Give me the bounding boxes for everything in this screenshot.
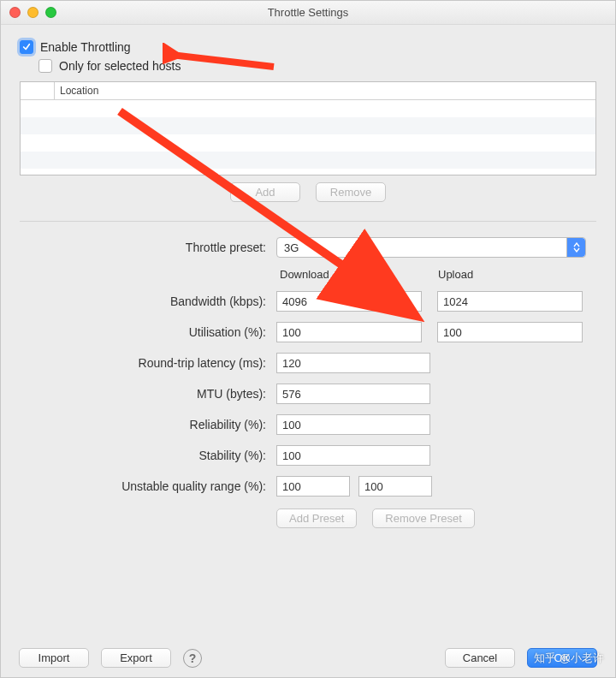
download-column-header: Download bbox=[280, 268, 438, 281]
export-button[interactable]: Export bbox=[101, 648, 171, 668]
titlebar: Throttle Settings bbox=[1, 1, 615, 25]
throttle-preset-select[interactable]: 3G bbox=[276, 237, 586, 258]
divider bbox=[20, 221, 596, 222]
cancel-button[interactable]: Cancel bbox=[445, 648, 515, 668]
stability-input[interactable] bbox=[276, 445, 430, 466]
hosts-table[interactable]: Location bbox=[20, 81, 596, 175]
enable-throttling-checkbox[interactable] bbox=[20, 40, 33, 54]
latency-label: Round-trip latency (ms): bbox=[20, 356, 276, 370]
throttle-preset-value: 3G bbox=[284, 241, 299, 254]
utilisation-label: Utilisation (%): bbox=[20, 325, 276, 339]
upload-column-header: Upload bbox=[438, 268, 583, 281]
bandwidth-label: Bandwidth (kbps): bbox=[20, 294, 276, 308]
hosts-table-header: Location bbox=[21, 82, 595, 100]
window-title: Throttle Settings bbox=[268, 6, 349, 19]
latency-input[interactable] bbox=[276, 353, 430, 373]
only-selected-hosts-checkbox[interactable] bbox=[38, 59, 52, 73]
only-selected-hosts-label: Only for selected hosts bbox=[59, 59, 181, 73]
table-row bbox=[21, 117, 595, 134]
chevron-updown-icon bbox=[566, 238, 585, 257]
remove-host-button[interactable]: Remove bbox=[316, 182, 386, 202]
table-row bbox=[21, 100, 595, 117]
reliability-label: Reliability (%): bbox=[20, 418, 276, 431]
throttle-preset-label: Throttle preset: bbox=[20, 241, 276, 254]
window-root: Throttle Settings Enable Throttling Only… bbox=[0, 0, 616, 678]
utilisation-download-input[interactable] bbox=[276, 322, 422, 342]
close-icon[interactable] bbox=[9, 7, 21, 18]
ok-button[interactable]: OK bbox=[527, 648, 597, 668]
bandwidth-upload-input[interactable] bbox=[437, 291, 583, 312]
zoom-icon[interactable] bbox=[45, 7, 56, 18]
import-button[interactable]: Import bbox=[19, 648, 89, 668]
reliability-input[interactable] bbox=[276, 414, 430, 435]
table-row bbox=[21, 152, 595, 169]
unstable-quality-max-input[interactable] bbox=[358, 476, 432, 497]
mtu-label: MTU (bytes): bbox=[20, 387, 276, 401]
mtu-input[interactable] bbox=[276, 384, 430, 404]
traffic-lights bbox=[9, 7, 56, 18]
hosts-column-location: Location bbox=[55, 82, 595, 99]
minimize-icon[interactable] bbox=[27, 7, 38, 18]
utilisation-upload-input[interactable] bbox=[437, 322, 583, 342]
add-host-button[interactable]: Add bbox=[230, 182, 300, 202]
stability-label: Stability (%): bbox=[20, 449, 276, 462]
unstable-quality-min-input[interactable] bbox=[276, 476, 350, 497]
bandwidth-download-input[interactable] bbox=[276, 291, 422, 312]
help-icon[interactable]: ? bbox=[183, 649, 202, 668]
enable-throttling-label: Enable Throttling bbox=[40, 40, 131, 54]
unstable-quality-label: Unstable quality range (%): bbox=[20, 479, 276, 493]
hosts-table-body bbox=[21, 100, 595, 175]
remove-preset-button[interactable]: Remove Preset bbox=[372, 508, 475, 528]
add-preset-button[interactable]: Add Preset bbox=[276, 508, 357, 528]
table-row bbox=[21, 134, 595, 152]
